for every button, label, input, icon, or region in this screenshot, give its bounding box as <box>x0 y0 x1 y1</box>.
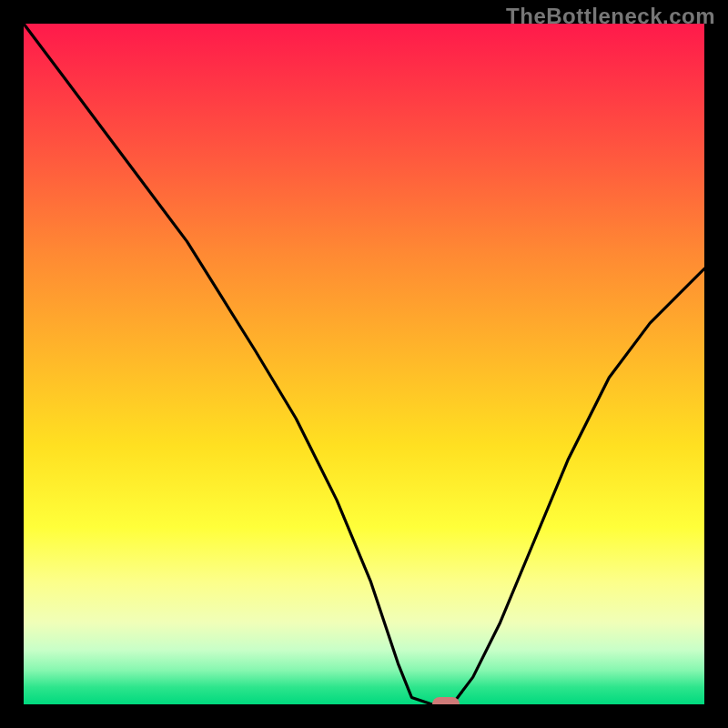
curve-path <box>24 24 704 704</box>
chart-frame: TheBottleneck.com <box>0 0 728 728</box>
plot-area <box>24 24 704 704</box>
optimal-marker <box>432 697 460 704</box>
bottleneck-curve <box>24 24 704 704</box>
watermark-text: TheBottleneck.com <box>506 4 715 29</box>
